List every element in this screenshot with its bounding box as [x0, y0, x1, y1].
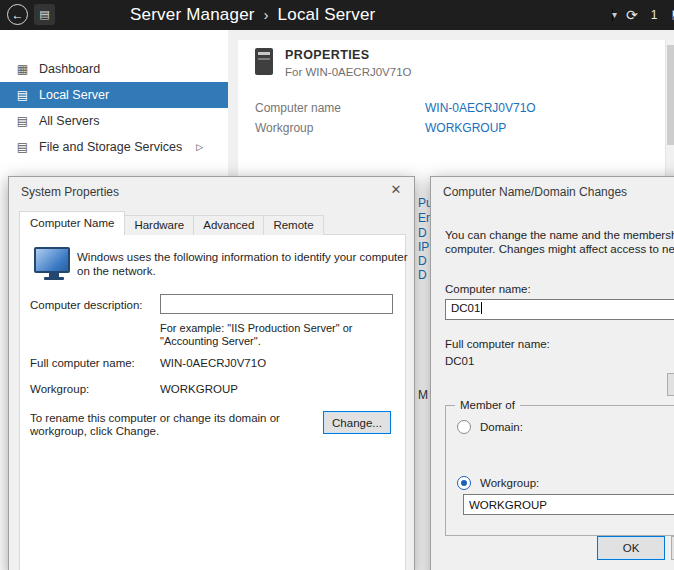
app-title[interactable]: Server Manager [130, 5, 255, 25]
workgroup-label: Workgroup: [30, 383, 89, 395]
breadcrumb-current[interactable]: Local Server [278, 5, 376, 25]
description-example-text: For example: "IIS Production Server" or [160, 322, 352, 334]
domain-radio-label[interactable]: Domain: [480, 421, 523, 433]
intro-text: Windows uses the following information t… [77, 251, 407, 263]
intro-text: You can change the name and the membersh… [445, 229, 674, 241]
properties-subtitle: For WIN-0AECRJ0V71O [285, 66, 412, 78]
clipped-value-plain: M [418, 388, 430, 402]
tab-advanced[interactable]: Advanced [193, 215, 264, 235]
sidebar-item-label: All Servers [39, 114, 99, 128]
refresh-icon[interactable]: ⟳ [626, 7, 638, 23]
top-bar: ← ▤ Server Manager › Local Server ▾ ⟳ 1 … [0, 0, 674, 30]
system-properties-dialog: System Properties ✕ Computer Name Hardwa… [8, 176, 415, 570]
intro-text: computer. Changes might affect access to… [445, 243, 674, 255]
computer-name-label: Computer name: [445, 283, 531, 295]
clipped-value[interactable]: D [418, 268, 430, 282]
rename-hint-text: To rename this computer or change its do… [30, 412, 280, 424]
sidebar-item-label: Dashboard [39, 62, 100, 76]
logo-icon: ▤ [39, 8, 49, 21]
full-computer-name-label: Full computer name: [30, 357, 135, 369]
server-icon: ▤ [15, 114, 30, 128]
workgroup-radio[interactable] [457, 476, 471, 490]
clipped-value[interactable]: Pu [418, 196, 430, 210]
computer-description-label: Computer description: [30, 299, 143, 311]
intro-text: on the network. [77, 265, 156, 277]
server-icon: ▤ [15, 88, 30, 102]
computer-name-tab-page: Windows uses the following information t… [19, 234, 406, 570]
computer-name-link[interactable]: WIN-0AECRJ0V71O [425, 101, 536, 115]
change-button[interactable]: Change... [323, 411, 391, 434]
server-icon: ▤ [15, 140, 30, 154]
clipped-value[interactable]: IP [418, 240, 430, 254]
workgroup-label: Workgroup [255, 121, 313, 135]
back-arrow-icon: ← [12, 8, 24, 22]
sidebar-item-label: Local Server [39, 88, 109, 102]
computer-name-input[interactable]: DC01 [445, 299, 674, 320]
sidebar-item-file-storage-services[interactable]: ▤ File and Storage Services ▷ [0, 134, 228, 160]
server-manager-window: ← ▤ Server Manager › Local Server ▾ ⟳ 1 … [0, 0, 674, 570]
breadcrumb: Server Manager › Local Server [130, 0, 375, 30]
close-icon[interactable]: ✕ [386, 182, 406, 200]
chevron-down-icon[interactable]: ▾ [612, 9, 613, 21]
properties-header: PROPERTIES For WIN-0AECRJ0V71O [255, 48, 412, 78]
full-computer-name-value: WIN-0AECRJ0V71O [160, 357, 266, 369]
server-properties-icon [255, 48, 273, 75]
server-manager-logo: ▤ [34, 4, 55, 25]
ok-button[interactable]: OK [597, 536, 665, 560]
computer-name-domain-changes-dialog: Computer Name/Domain Changes You can cha… [430, 176, 674, 570]
description-example-text: "Accounting Server". [160, 335, 261, 347]
computer-name-input-value: DC01 [451, 302, 480, 314]
tab-hardware[interactable]: Hardware [124, 215, 194, 235]
topbar-actions: ▾ ⟳ 1 ⚑ [611, 0, 674, 30]
breadcrumb-separator-icon: › [264, 7, 269, 23]
tab-remote[interactable]: Remote [263, 215, 323, 235]
full-computer-name-label: Full computer name: [445, 338, 550, 350]
dialog-title: System Properties [21, 185, 119, 199]
text-caret [481, 302, 482, 314]
workgroup-value: WORKGROUP [160, 383, 238, 395]
scrollbar-thumb[interactable] [667, 45, 674, 145]
sidebar-item-all-servers[interactable]: ▤ All Servers [0, 108, 228, 134]
sidebar-item-label: File and Storage Services [39, 140, 182, 154]
more-button-clipped[interactable] [667, 373, 674, 396]
member-of-label: Member of [455, 399, 520, 411]
computer-name-label: Computer name [255, 101, 341, 115]
full-computer-name-value: DC01 [445, 355, 474, 367]
sidebar-item-local-server[interactable]: ▤ Local Server [0, 82, 228, 108]
dashboard-icon: ▦ [15, 62, 30, 76]
clipped-value[interactable]: D [418, 254, 430, 268]
properties-title: PROPERTIES [285, 48, 412, 62]
flag-icon[interactable]: ⚑ [670, 8, 674, 23]
system-properties-tabs: Computer Name Hardware Advanced Remote [19, 211, 323, 235]
tab-computer-name[interactable]: Computer Name [19, 211, 125, 235]
expand-chevron-icon[interactable]: ▷ [196, 142, 203, 152]
clipped-value[interactable]: En [418, 211, 430, 225]
sidebar-item-dashboard[interactable]: ▦ Dashboard [0, 56, 228, 82]
notification-count[interactable]: 1 [651, 8, 658, 22]
clipped-value[interactable]: D [418, 226, 430, 240]
rename-hint-text: workgroup, click Change. [30, 425, 159, 437]
workgroup-radio-label[interactable]: Workgroup: [480, 477, 539, 489]
back-button[interactable]: ← [7, 4, 28, 25]
monitor-icon [34, 247, 74, 280]
dialog-title: Computer Name/Domain Changes [443, 185, 627, 199]
workgroup-link[interactable]: WORKGROUP [425, 121, 506, 135]
computer-description-input[interactable] [160, 294, 393, 314]
workgroup-input[interactable] [463, 494, 674, 515]
domain-radio[interactable] [457, 420, 471, 434]
